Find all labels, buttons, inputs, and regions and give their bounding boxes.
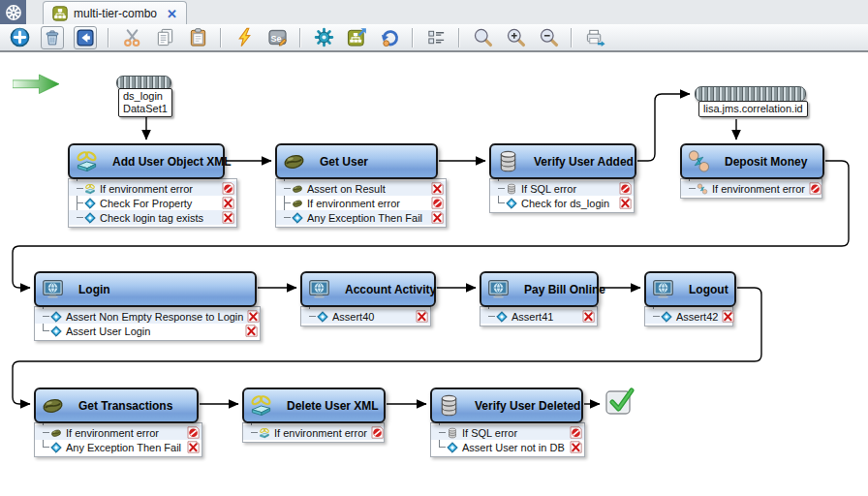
assertion-row[interactable]: If environment error (276, 196, 446, 210)
assertion-label: Check login tag exists (100, 212, 203, 224)
node-add-user-object-xml[interactable]: Add User Object XML (68, 143, 225, 179)
assertion-label: Assert Non Empty Response to Login (66, 311, 243, 323)
delete-step-button[interactable] (41, 26, 64, 49)
assertion-row[interactable]: Check For Property (69, 196, 236, 210)
toolbar-separator (458, 28, 460, 47)
start-arrow-icon (13, 74, 60, 95)
add-step-button[interactable] (8, 26, 31, 49)
assertion-row[interactable]: If environment error (243, 425, 384, 440)
cut-button[interactable] (120, 26, 143, 49)
toolbar-separator (220, 28, 222, 47)
props-icon (426, 27, 447, 47)
copy-button[interactable] (153, 26, 176, 49)
xml-step-icon (75, 149, 99, 173)
node-login[interactable]: Login (34, 271, 257, 307)
back-icon (77, 29, 94, 46)
assert-icon (447, 442, 458, 453)
tab-close-icon[interactable]: ✕ (167, 7, 177, 21)
node-get-transactions[interactable]: Get Transactions (34, 388, 199, 423)
node-delete-user-xml-assertions: If environment error (242, 422, 385, 443)
assertion-row[interactable]: Assert Non Empty Response to Login (35, 309, 260, 324)
copy-icon (155, 27, 175, 47)
assertion-row[interactable]: Assert41 (480, 309, 597, 324)
properties-button[interactable] (424, 26, 448, 49)
paste-icon (188, 27, 208, 47)
db-step-icon (496, 149, 520, 173)
assertion-row[interactable]: If environment error (35, 425, 202, 440)
assertion-row[interactable]: Check login tag exists (69, 210, 236, 225)
dataset-label[interactable]: lisa.jms.correlation.id (698, 101, 808, 117)
dataset-coil-icon[interactable] (695, 86, 806, 102)
success-end-icon[interactable] (604, 386, 635, 417)
assertion-row[interactable]: Assert on Result (276, 181, 446, 196)
export-button[interactable] (583, 26, 606, 49)
assert-icon (506, 198, 517, 209)
stage-test-button[interactable] (345, 26, 368, 49)
tab-label: multi-tier-combo (74, 7, 157, 20)
selenium-editor-button[interactable]: Se (265, 26, 289, 49)
node-deposit-money[interactable]: Deposit Money (680, 143, 824, 179)
assertion-row[interactable]: Assert40 (301, 309, 430, 324)
assertion-label: Assert on Result (307, 183, 386, 195)
assert-icon (50, 326, 62, 337)
bean-icon (50, 427, 62, 439)
zoom-button[interactable] (471, 26, 494, 49)
fail-x-icon (245, 325, 258, 337)
back-button[interactable] (74, 26, 97, 49)
zoom-out-button[interactable] (537, 26, 560, 49)
node-delete-user-xml[interactable]: Delete User XML (242, 388, 386, 423)
dataset-label[interactable]: ds_loginDataSet1 (118, 88, 172, 117)
skip-icon (222, 182, 234, 195)
paste-button[interactable] (186, 26, 209, 49)
fail-x-icon (570, 441, 582, 453)
workflow-editor-window: multi-tier-combo ✕ Se ds_loginDataSet1li… (0, 0, 868, 496)
assertion-row[interactable]: If environment error (69, 181, 236, 196)
app-logo[interactable] (0, 0, 26, 24)
node-get-user[interactable]: Get User (275, 143, 438, 179)
assertion-row[interactable]: Check for ds_login (490, 196, 634, 210)
node-title: Deposit Money (725, 155, 807, 169)
assertion-row[interactable]: If SQL error (490, 181, 634, 196)
node-verify-user-deleted[interactable]: Verify User Deleted (430, 388, 583, 423)
assertion-row[interactable]: Any Exception Then Fail (276, 210, 446, 225)
node-get-transactions-assertions: If environment errorAny Exception Then F… (34, 422, 202, 457)
settings-button[interactable] (312, 26, 335, 49)
trash-icon (44, 29, 61, 46)
assertion-row[interactable]: Any Exception Then Fail (35, 440, 202, 454)
node-verify-user-added-assertions: If SQL errorCheck for ds_login (489, 178, 635, 213)
assert-icon (50, 442, 62, 453)
tab-multi-tier-combo[interactable]: multi-tier-combo ✕ (43, 1, 187, 25)
node-verify-user-added[interactable]: Verify User Added (489, 143, 636, 179)
assertion-label: Check For Property (100, 198, 192, 209)
toolbar: Se (0, 24, 868, 52)
assertion-row[interactable]: If SQL error (431, 425, 584, 440)
toolbar-separator (412, 28, 414, 47)
se-icon: Se (267, 27, 288, 47)
assertion-row[interactable]: Assert42 (645, 309, 732, 324)
node-account-activity[interactable]: Account Activity (300, 271, 436, 307)
node-title: Account Activity (345, 283, 436, 296)
toolbar-separator (571, 28, 573, 47)
fail-x-icon (187, 441, 200, 453)
assertion-row[interactable]: Assert User Login (35, 324, 260, 338)
node-pay-bill-online[interactable]: Pay Bill Online (480, 271, 599, 307)
zoom-in-button[interactable] (504, 26, 527, 49)
assertion-row[interactable]: Assert User not in DB (431, 440, 584, 454)
assertion-label: If SQL error (521, 183, 576, 195)
sitemap-arrow-icon (347, 27, 367, 47)
fail-x-icon (222, 211, 234, 224)
assert-icon (317, 311, 328, 323)
workflow-icon (52, 6, 68, 21)
node-verify-user-deleted-assertions: If SQL errorAssert User not in DB (430, 422, 585, 457)
run-button[interactable] (232, 26, 256, 49)
web-step-icon (651, 277, 675, 301)
assert-icon (84, 198, 96, 209)
bean-step-icon (282, 149, 306, 173)
assert-icon (84, 212, 96, 224)
assertion-label: If environment error (66, 427, 159, 439)
revert-button[interactable] (378, 26, 401, 49)
export-icon (585, 27, 605, 47)
node-logout[interactable]: Logout (644, 271, 736, 307)
assert-icon (292, 212, 303, 224)
assertion-row[interactable]: If environment error (681, 181, 822, 196)
